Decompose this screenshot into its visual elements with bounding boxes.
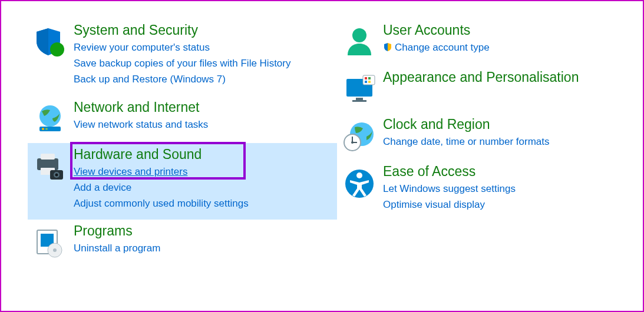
svg-rect-19 <box>363 75 375 85</box>
category-user-accounts: User Accounts Change account type <box>337 19 626 66</box>
svg-rect-23 <box>368 81 371 83</box>
clock-globe-icon <box>343 117 383 152</box>
shield-icon <box>34 22 74 58</box>
accessibility-icon <box>343 164 383 199</box>
svg-point-10 <box>55 173 58 176</box>
category-network-internet: Network and Internet View network status… <box>28 96 337 143</box>
hardware-sound-title[interactable]: Hardware and Sound <box>74 147 331 162</box>
svg-rect-22 <box>365 81 367 83</box>
category-hardware-sound[interactable]: Hardware and Sound View devices and prin… <box>28 143 337 220</box>
svg-point-14 <box>53 248 57 252</box>
link-uninstall-program[interactable]: Uninstall a program <box>74 240 331 256</box>
link-change-account-type-text: Change account type <box>395 42 490 53</box>
user-icon <box>343 22 383 58</box>
uac-shield-icon <box>383 42 392 52</box>
network-internet-title[interactable]: Network and Internet <box>74 99 331 115</box>
printer-camera-icon <box>34 147 74 182</box>
ease-of-access-title[interactable]: Ease of Access <box>383 164 620 180</box>
link-review-status[interactable]: Review your computer's status <box>74 39 331 55</box>
svg-rect-6 <box>41 154 55 160</box>
left-column: System and Security Review your computer… <box>28 19 337 267</box>
link-mobility-settings[interactable]: Adjust commonly used mobility settings <box>74 195 331 211</box>
appearance-content: Appearance and Personalisation <box>383 69 620 105</box>
user-accounts-content: User Accounts Change account type <box>383 22 620 58</box>
svg-rect-18 <box>352 100 366 102</box>
right-column: User Accounts Change account type <box>337 19 626 267</box>
programs-content: Programs Uninstall a program <box>74 223 331 258</box>
user-accounts-title[interactable]: User Accounts <box>383 22 620 38</box>
category-system-security: System and Security Review your computer… <box>28 19 337 96</box>
category-clock-region: Clock and Region Change date, time or nu… <box>337 113 626 160</box>
hardware-sound-content: Hardware and Sound View devices and prin… <box>74 147 331 212</box>
svg-point-30 <box>356 172 362 178</box>
category-ease-of-access: Ease of Access Let Windows suggest setti… <box>337 160 626 221</box>
appearance-title[interactable]: Appearance and Personalisation <box>383 69 620 85</box>
category-programs: Programs Uninstall a program <box>28 220 337 267</box>
control-panel-container: System and Security Review your computer… <box>1 1 643 278</box>
link-suggest-settings[interactable]: Let Windows suggest settings <box>383 181 620 197</box>
svg-point-0 <box>50 42 64 57</box>
svg-rect-21 <box>368 77 371 79</box>
svg-point-28 <box>351 141 354 144</box>
globe-network-icon <box>34 99 74 135</box>
svg-point-3 <box>42 128 44 130</box>
system-security-title[interactable]: System and Security <box>74 22 331 38</box>
category-appearance: Appearance and Personalisation <box>337 66 626 113</box>
system-security-content: System and Security Review your computer… <box>74 22 331 88</box>
svg-rect-20 <box>365 77 367 79</box>
svg-point-4 <box>45 128 48 130</box>
link-change-date-time[interactable]: Change date, time or number formats <box>383 134 620 150</box>
svg-point-15 <box>352 28 366 42</box>
clock-region-content: Clock and Region Change date, time or nu… <box>383 117 620 152</box>
programs-icon <box>34 223 74 258</box>
link-network-status[interactable]: View network status and tasks <box>74 117 331 132</box>
link-add-device[interactable]: Add a device <box>74 180 331 195</box>
ease-of-access-content: Ease of Access Let Windows suggest setti… <box>383 164 620 213</box>
monitor-icon <box>343 69 383 105</box>
svg-rect-17 <box>356 98 363 100</box>
link-backup-restore[interactable]: Back up and Restore (Windows 7) <box>74 71 331 87</box>
link-change-account-type[interactable]: Change account type <box>383 39 620 55</box>
link-file-history[interactable]: Save backup copies of your files with Fi… <box>74 55 331 71</box>
clock-region-title[interactable]: Clock and Region <box>383 117 620 132</box>
network-internet-content: Network and Internet View network status… <box>74 99 331 135</box>
link-optimise-display[interactable]: Optimise visual display <box>383 197 620 213</box>
programs-title[interactable]: Programs <box>74 223 331 239</box>
link-devices-printers[interactable]: View devices and printers <box>74 164 331 180</box>
